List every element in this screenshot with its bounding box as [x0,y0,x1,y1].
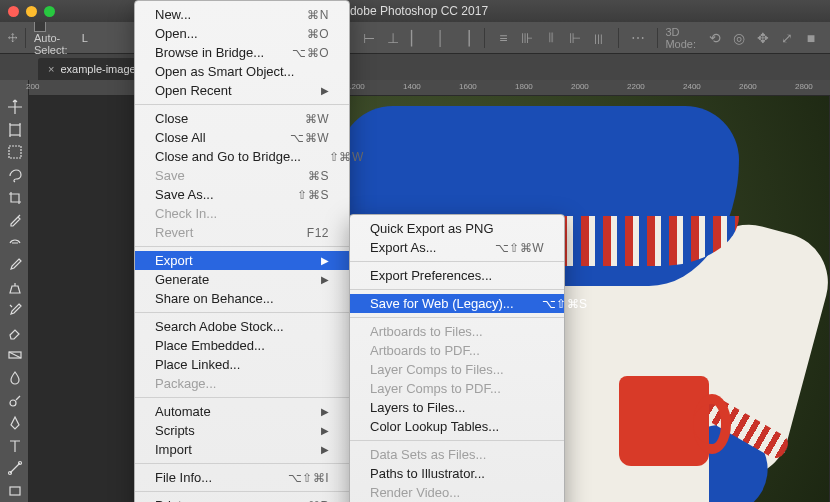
marquee-tool[interactable] [0,141,29,164]
menu-item-data-sets-as-files: Data Sets as Files... [350,445,564,464]
brush-tool[interactable] [0,254,29,277]
menu-item-label: Paths to Illustrator... [370,466,485,481]
menu-item-quick-export-as-png[interactable]: Quick Export as PNG [350,219,564,238]
traffic-lights [8,6,55,17]
type-tool[interactable] [0,434,29,457]
menu-item-label: Generate [155,272,209,287]
menu-item-export[interactable]: Export▶ [135,251,349,270]
menu-item-automate[interactable]: Automate▶ [135,402,349,421]
path-tool[interactable] [0,457,29,480]
eyedropper-tool[interactable] [0,209,29,232]
align-right-icon[interactable]: ▕ [454,27,476,49]
menu-item-share-on-behance[interactable]: Share on Behance... [135,289,349,308]
close-window-button[interactable] [8,6,19,17]
move-tool[interactable] [0,96,29,119]
menu-item-close[interactable]: Close⌘W [135,109,349,128]
gradient-tool[interactable] [0,344,29,367]
menu-item-artboards-to-files: Artboards to Files... [350,322,564,341]
menu-item-close-and-go-to-bridge[interactable]: Close and Go to Bridge...⇧⌘W [135,147,349,166]
menu-item-place-embedded[interactable]: Place Embedded... [135,336,349,355]
layer-dropdown[interactable]: L [82,32,88,44]
menu-item-layer-comps-to-pdf: Layer Comps to PDF... [350,379,564,398]
dist-5-icon[interactable]: ⫼ [588,27,610,49]
menu-item-scripts[interactable]: Scripts▶ [135,421,349,440]
menu-item-browse-in-bridge[interactable]: Browse in Bridge...⌥⌘O [135,43,349,62]
align-icons: ⊤ ⊢ ⊥ ▏ │ ▕ [334,27,476,49]
document-tab[interactable]: × example-image- [38,58,149,80]
tools-panel [0,80,29,502]
menu-item-paths-to-illustrator[interactable]: Paths to Illustrator... [350,464,564,483]
menu-item-label: Open... [155,26,198,41]
eraser-tool[interactable] [0,322,29,345]
menu-item-label: Save As... [155,187,214,202]
align-hcenter-icon[interactable]: │ [430,27,452,49]
dist-1-icon[interactable]: ≡ [492,27,514,49]
close-tab-icon[interactable]: × [48,63,54,75]
menu-item-open-recent[interactable]: Open Recent▶ [135,81,349,100]
submenu-arrow-icon: ▶ [321,406,329,417]
3d-pan-icon[interactable]: ✥ [752,27,774,49]
menu-item-export-as[interactable]: Export As...⌥⇧⌘W [350,238,564,257]
menu-item-open[interactable]: Open...⌘O [135,24,349,43]
svg-rect-1 [9,146,21,158]
dist-4-icon[interactable]: ⊩ [564,27,586,49]
menu-item-save-for-web-legacy[interactable]: Save for Web (Legacy)...⌥⇧⌘S [350,294,564,313]
menu-item-search-adobe-stock[interactable]: Search Adobe Stock... [135,317,349,336]
menu-item-import[interactable]: Import▶ [135,440,349,459]
svg-rect-6 [10,487,20,495]
dist-3-icon[interactable]: ⫴ [540,27,562,49]
3d-zoom-icon[interactable]: ■ [800,27,822,49]
menu-item-generate[interactable]: Generate▶ [135,270,349,289]
crop-tool[interactable] [0,186,29,209]
menu-item-label: Render Video... [370,485,460,500]
pen-tool[interactable] [0,412,29,435]
svg-rect-0 [10,125,20,135]
dist-2-icon[interactable]: ⊪ [516,27,538,49]
space-h-icon[interactable]: ⋯ [627,27,649,49]
menu-item-export-preferences[interactable]: Export Preferences... [350,266,564,285]
menu-item-label: Save for Web (Legacy)... [370,296,514,311]
menu-item-label: Place Linked... [155,357,240,372]
menu-item-print[interactable]: Print...⌘P [135,496,349,502]
menu-item-label: Share on Behance... [155,291,274,306]
3d-roll-icon[interactable]: ◎ [728,27,750,49]
menu-item-label: Place Embedded... [155,338,265,353]
move-tool-icon[interactable] [8,29,17,47]
3d-orbit-icon[interactable]: ⟲ [704,27,726,49]
menu-item-close-all[interactable]: Close All⌥⌘W [135,128,349,147]
submenu-arrow-icon: ▶ [321,85,329,96]
menu-shortcut: ⌥⌘O [292,46,329,60]
spot-heal-tool[interactable] [0,231,29,254]
align-bottom-icon[interactable]: ⊥ [382,27,404,49]
dodge-tool[interactable] [0,389,29,412]
svg-point-3 [10,400,16,406]
auto-select-label: Auto-Select: [34,32,68,56]
align-vcenter-icon[interactable]: ⊢ [358,27,380,49]
menu-item-layers-to-files[interactable]: Layers to Files... [350,398,564,417]
menu-item-place-linked[interactable]: Place Linked... [135,355,349,374]
artboard-tool[interactable] [0,119,29,142]
menu-item-label: Color Lookup Tables... [370,419,499,434]
auto-select-checkbox[interactable]: Auto-Select: [34,19,74,56]
menu-item-render-video: Render Video... [350,483,564,502]
menu-item-label: Open as Smart Object... [155,64,294,79]
menu-item-label: Export As... [370,240,436,255]
menu-item-save-as[interactable]: Save As...⇧⌘S [135,185,349,204]
lasso-tool[interactable] [0,164,29,187]
menu-item-new[interactable]: New...⌘N [135,5,349,24]
menu-item-color-lookup-tables[interactable]: Color Lookup Tables... [350,417,564,436]
blur-tool[interactable] [0,367,29,390]
menu-item-open-as-smart-object[interactable]: Open as Smart Object... [135,62,349,81]
minimize-window-button[interactable] [26,6,37,17]
history-brush-tool[interactable] [0,299,29,322]
distribute-icons: ≡ ⊪ ⫴ ⊩ ⫼ [492,27,610,49]
clone-tool[interactable] [0,277,29,300]
menu-item-label: Browse in Bridge... [155,45,264,60]
3d-slide-icon[interactable]: ⤢ [776,27,798,49]
menu-item-package: Package... [135,374,349,393]
rectangle-tool[interactable] [0,480,29,502]
maximize-window-button[interactable] [44,6,55,17]
menu-item-label: Automate [155,404,211,419]
menu-item-file-info[interactable]: File Info...⌥⇧⌘I [135,468,349,487]
align-left-icon[interactable]: ▏ [406,27,428,49]
